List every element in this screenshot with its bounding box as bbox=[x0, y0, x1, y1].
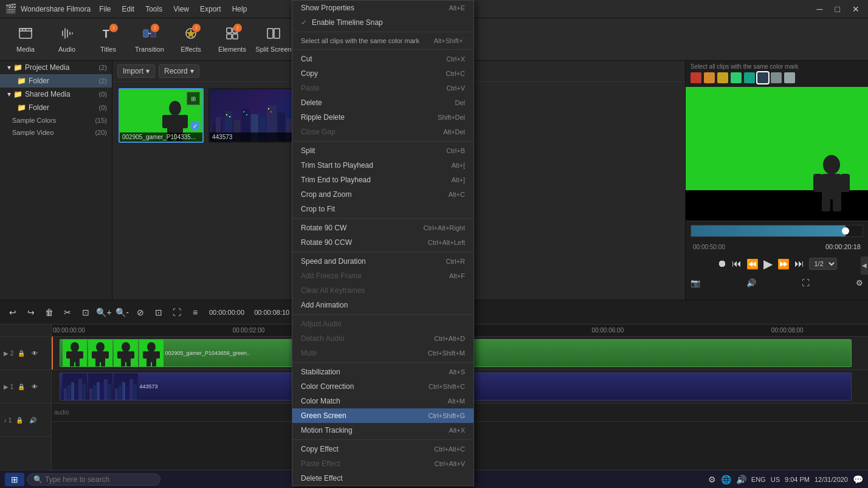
color-mark-orange[interactable] bbox=[704, 72, 715, 83]
preview-thumb[interactable] bbox=[842, 227, 849, 235]
ctx-rotate-ccw[interactable]: Rotate 90 CCW Ctrl+Alt+Left bbox=[292, 235, 474, 250]
ctx-cut[interactable]: Cut Ctrl+X bbox=[292, 52, 474, 66]
playhead[interactable] bbox=[52, 337, 53, 369]
ctx-crop-fit[interactable]: Crop to Fit bbox=[292, 202, 474, 216]
toolbar-transition[interactable]: ! Transition bbox=[130, 21, 169, 58]
align-button[interactable]: ≡ bbox=[187, 304, 203, 320]
preview-record-btn[interactable]: ⏺ bbox=[717, 258, 727, 269]
preview-volume-btn[interactable]: 🔊 bbox=[746, 278, 756, 287]
ctx-stabilization[interactable]: Stabilization Alt+S bbox=[292, 365, 474, 379]
settings-icon[interactable]: ⚙ bbox=[708, 475, 716, 484]
crop-button[interactable]: ⊡ bbox=[78, 304, 94, 320]
color-mark-gray2[interactable] bbox=[784, 72, 795, 83]
ctx-trim-start[interactable]: Trim Start to Playhead Alt+[ bbox=[292, 158, 474, 173]
split-button[interactable]: ⊘ bbox=[133, 304, 148, 320]
volume-icon[interactable]: 🔊 bbox=[736, 475, 746, 484]
svg-rect-90 bbox=[126, 387, 129, 400]
ctx-split[interactable]: Split Ctrl+B bbox=[292, 143, 474, 158]
ctx-add-animation[interactable]: Add Animation bbox=[292, 298, 474, 312]
import-dropdown[interactable]: Import ▾ bbox=[117, 64, 155, 78]
fit-button[interactable]: ⊡ bbox=[151, 304, 167, 320]
track-eye-2[interactable]: 👁 bbox=[29, 348, 40, 359]
ctx-rotate-cw[interactable]: Rotate 90 CW Ctrl+Alt+Right bbox=[292, 221, 474, 235]
track-lock-audio[interactable]: 🔒 bbox=[14, 414, 25, 425]
ctx-motion-tracking[interactable]: Motion Tracking Alt+X bbox=[292, 423, 474, 438]
zoom-out-button[interactable]: 🔍- bbox=[114, 304, 130, 320]
notification-icon[interactable]: 💬 bbox=[853, 475, 863, 484]
ctx-enable-snap[interactable]: ✓ Enable Timeline Snap bbox=[292, 15, 474, 30]
ctx-color-match[interactable]: Color Match Alt+M bbox=[292, 394, 474, 408]
ctx-color-correction[interactable]: Color Correction Ctrl+Shift+C bbox=[292, 379, 474, 394]
record-dropdown[interactable]: Record ▾ bbox=[159, 64, 199, 78]
toolbar-effects[interactable]: ! Effects bbox=[171, 21, 210, 58]
sample-colors-item[interactable]: Sample Colors (15) bbox=[0, 114, 112, 126]
ctx-copy-effect[interactable]: Copy Effect Ctrl+Alt+C bbox=[292, 442, 474, 456]
color-mark-darkblue[interactable] bbox=[757, 72, 768, 83]
fullscreen-tl-button[interactable]: ⛶ bbox=[169, 304, 185, 320]
preview-skip-end-btn[interactable]: ⏭ bbox=[794, 258, 804, 269]
menu-edit[interactable]: Edit bbox=[117, 4, 140, 15]
preview-speed-select[interactable]: 1/2 1/4 1x 2x bbox=[809, 258, 837, 270]
folder-item[interactable]: 📁 Folder (2) bbox=[0, 74, 112, 88]
ctx-trim-end-shortcut: Alt+] bbox=[452, 176, 465, 184]
close-button[interactable]: ✕ bbox=[849, 3, 863, 15]
toolbar-media[interactable]: Media bbox=[6, 21, 45, 58]
ctx-ripple-delete[interactable]: Ripple Delete Shift+Del bbox=[292, 110, 474, 125]
toolbar-titles[interactable]: T ! Titles bbox=[89, 21, 128, 58]
minimize-button[interactable]: ─ bbox=[813, 3, 827, 15]
track-mute-audio[interactable]: 🔊 bbox=[27, 414, 38, 425]
project-media-item[interactable]: ▾ 📁 Project Media (2) bbox=[0, 61, 112, 74]
menu-export[interactable]: Export bbox=[195, 4, 226, 15]
preview-scrubber[interactable] bbox=[691, 225, 863, 237]
ctx-show-properties[interactable]: Show Properties Alt+E bbox=[292, 1, 474, 15]
shared-folder-item[interactable]: 📁 Folder (0) bbox=[0, 101, 112, 114]
panel-collapse-arrow[interactable]: ◀ bbox=[861, 256, 868, 275]
ctx-crop-zoom[interactable]: Crop and Zoom Alt+C bbox=[292, 187, 474, 202]
redo-button[interactable]: ↪ bbox=[23, 304, 39, 320]
ctx-delete[interactable]: Delete Del bbox=[292, 95, 474, 110]
preview-screenshot-btn[interactable]: 📷 bbox=[691, 278, 700, 287]
ctx-green-screen[interactable]: Green Screen Ctrl+Shift+G bbox=[292, 408, 474, 423]
menu-tools[interactable]: Tools bbox=[140, 4, 167, 15]
ctx-delete-effect[interactable]: Delete Effect bbox=[292, 471, 474, 486]
maximize-button[interactable]: □ bbox=[832, 3, 844, 15]
preview-step-fwd-btn[interactable]: ⏩ bbox=[777, 258, 790, 270]
undo-button[interactable]: ↩ bbox=[5, 304, 21, 320]
ctx-speed-duration[interactable]: Speed and Duration Ctrl+R bbox=[292, 254, 474, 269]
start-button[interactable]: ⊞ bbox=[5, 473, 24, 486]
color-mark-teal[interactable] bbox=[744, 72, 755, 83]
media-item-1[interactable]: ⊞ ✓ 002905_gamer_P104335... bbox=[119, 88, 204, 143]
network-icon[interactable]: 🌐 bbox=[721, 475, 731, 484]
track-eye-1[interactable]: 👁 bbox=[29, 381, 40, 392]
toolbar-splitscreen[interactable]: Split Screen bbox=[254, 21, 293, 58]
preview-play-btn[interactable]: ▶ bbox=[763, 256, 773, 271]
menu-help[interactable]: Help bbox=[227, 4, 252, 15]
ctx-copy[interactable]: Copy Ctrl+C bbox=[292, 66, 474, 81]
track-lock-2[interactable]: 🔒 bbox=[16, 348, 27, 359]
track-lock-1[interactable]: 🔒 bbox=[16, 381, 27, 392]
zoom-in-button[interactable]: 🔍+ bbox=[96, 304, 112, 320]
search-input[interactable] bbox=[45, 475, 154, 484]
color-mark-yellow[interactable] bbox=[717, 72, 728, 83]
menu-view[interactable]: View bbox=[168, 4, 194, 15]
toolbar-elements[interactable]: ! Elements bbox=[213, 21, 252, 58]
menu-file[interactable]: File bbox=[94, 4, 115, 15]
preview-step-back-btn[interactable]: ⏪ bbox=[746, 258, 759, 270]
media-item-2[interactable]: 443573 bbox=[208, 88, 294, 143]
track-label-1: ▶ 1 🔒 👁 bbox=[0, 370, 51, 404]
ctx-sep-5 bbox=[292, 252, 474, 252]
ctx-trim-end[interactable]: Trim End to Playhead Alt+] bbox=[292, 173, 474, 187]
preview-skip-start-btn[interactable]: ⏮ bbox=[732, 258, 742, 269]
preview-settings-btn[interactable]: ⚙ bbox=[856, 278, 863, 287]
preview-fullscreen-btn[interactable]: ⛶ bbox=[802, 278, 810, 287]
toolbar-audio[interactable]: Audio bbox=[47, 21, 86, 58]
thumb-corner-btn-1[interactable]: ⊞ bbox=[187, 92, 200, 105]
sample-video-item[interactable]: Sample Video (20) bbox=[0, 126, 112, 139]
cut-button[interactable]: ✂ bbox=[60, 304, 75, 320]
color-mark-gray1[interactable] bbox=[771, 72, 782, 83]
svg-rect-76 bbox=[75, 387, 78, 400]
color-mark-green[interactable] bbox=[731, 72, 742, 83]
color-mark-red[interactable] bbox=[691, 72, 701, 83]
delete-clip-button[interactable]: 🗑 bbox=[41, 304, 57, 320]
shared-media-item[interactable]: ▾ 📁 Shared Media (0) bbox=[0, 88, 112, 101]
